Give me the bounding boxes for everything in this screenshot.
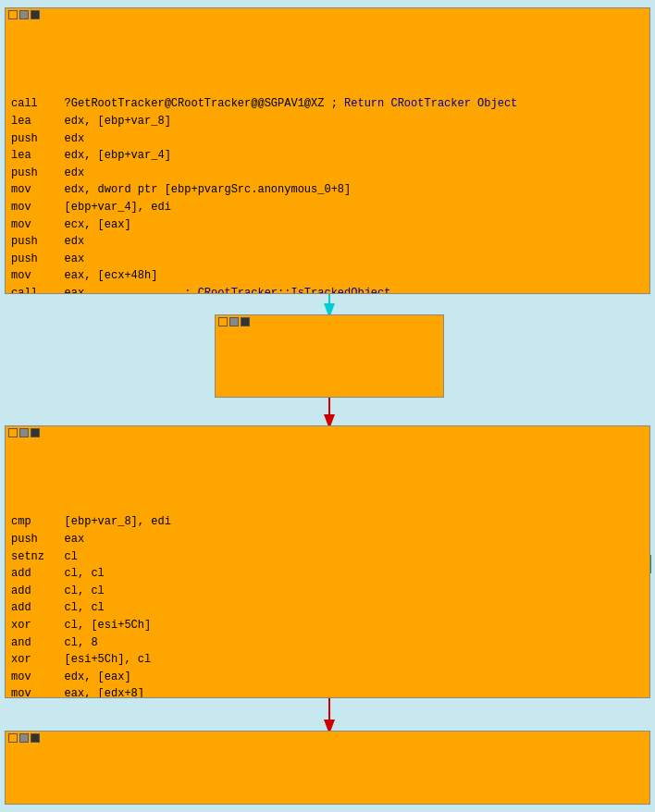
code-block-1: call ?GetRootTracker@CRootTracker@@SGPAV… bbox=[5, 7, 650, 294]
line-10: push eax bbox=[11, 252, 84, 265]
line-3: push edx bbox=[11, 132, 84, 145]
code-content-1: call ?GetRootTracker@CRootTracker@@SGPAV… bbox=[11, 79, 644, 294]
title-bar-1 bbox=[6, 8, 649, 21]
line-b3-5: add cl, cl bbox=[11, 584, 105, 597]
title-bar-2 bbox=[216, 315, 443, 328]
line-b3-11: mov eax, [edx+8] bbox=[11, 687, 144, 698]
icon-monitor-4 bbox=[19, 733, 29, 743]
line-b3-3: setnz cl bbox=[11, 550, 78, 563]
line-8: mov ecx, [eax] bbox=[11, 218, 131, 231]
icon-monitor-1 bbox=[19, 10, 29, 19]
title-bar-4 bbox=[6, 732, 649, 744]
code-block-3: cmp [ebp+var_8], edi push eax setnz cl a… bbox=[5, 425, 650, 698]
code-content-2: mov eax, [ebp+var_4] test eax, eax jz sh… bbox=[221, 386, 438, 398]
line-7: mov [ebp+var_4], edi bbox=[11, 201, 171, 214]
line-b3-1: cmp [ebp+var_8], edi bbox=[11, 515, 171, 528]
line-b3-9: xor [esi+5Ch], cl bbox=[11, 653, 151, 666]
code-block-4: add esi, 14h ; pointer to self VARIANT c… bbox=[5, 731, 650, 805]
line-6: mov edx, dword ptr [ebp+pvargSrc.anonymo… bbox=[11, 183, 351, 196]
icon-list-3 bbox=[31, 428, 40, 437]
icon-square-3 bbox=[8, 428, 18, 437]
line-b3-10: mov edx, [eax] bbox=[11, 671, 131, 683]
line-2: lea edx, [ebp+var_8] bbox=[11, 115, 171, 128]
line-b3-6: add cl, cl bbox=[11, 601, 105, 614]
line-4: lea edx, [ebp+var_4] bbox=[11, 149, 171, 162]
line-9: push edx bbox=[11, 235, 84, 248]
icon-monitor-2 bbox=[229, 317, 239, 326]
icon-monitor-3 bbox=[19, 428, 29, 437]
icon-list-2 bbox=[241, 317, 250, 326]
line-11: mov eax, [ecx+48h] bbox=[11, 269, 157, 282]
icon-list-1 bbox=[31, 10, 40, 19]
title-bar-3 bbox=[6, 426, 649, 439]
line-12: call eax ; CRootTracker::IsTrackedObject bbox=[11, 287, 390, 294]
line-b3-4: add cl, cl bbox=[11, 567, 105, 580]
line-b3-7: xor cl, [esi+5Ch] bbox=[11, 619, 151, 632]
icon-list-4 bbox=[31, 733, 40, 743]
line-b3-2: push eax bbox=[11, 533, 84, 546]
icon-square-1 bbox=[8, 10, 18, 19]
line-b3-8: and cl, 8 bbox=[11, 636, 98, 649]
line-5: push edx bbox=[11, 166, 84, 179]
code-block-2: mov eax, [ebp+var_4] test eax, eax jz sh… bbox=[215, 314, 444, 398]
icon-square-4 bbox=[8, 733, 18, 743]
line-1: call ?GetRootTracker@CRootTracker@@SGPAV… bbox=[11, 97, 517, 110]
icon-square-2 bbox=[218, 317, 228, 326]
code-content-3: cmp [ebp+var_8], edi push eax setnz cl a… bbox=[11, 497, 644, 698]
code-content-4: add esi, 14h ; pointer to self VARIANT c… bbox=[11, 802, 644, 805]
